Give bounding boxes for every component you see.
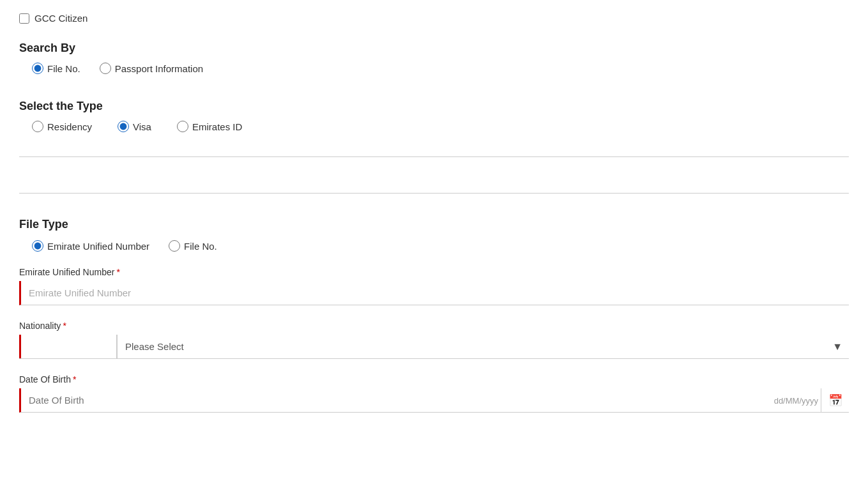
search-by-radio-group: File No. Passport Information xyxy=(32,63,849,74)
date-of-birth-input[interactable] xyxy=(21,388,849,412)
divider-1 xyxy=(19,156,849,157)
radio-file-no-label[interactable]: File No. xyxy=(47,63,80,74)
radio-item-file-no[interactable]: File No. xyxy=(32,63,80,74)
search-by-heading: Search By xyxy=(19,42,849,55)
search-by-section: Search By File No. Passport Information xyxy=(19,35,849,93)
nationality-select-wrapper: Please Select ▼ xyxy=(118,335,849,358)
dob-label: Date Of Birth* xyxy=(19,374,849,385)
radio-passport-info[interactable] xyxy=(100,63,111,74)
emirate-unified-required: * xyxy=(116,267,119,277)
radio-item-emirate-unified[interactable]: Emirate Unified Number xyxy=(32,240,149,252)
radio-visa-label[interactable]: Visa xyxy=(133,121,151,132)
page-container: GCC Citizen Search By File No. Passport … xyxy=(0,0,868,495)
radio-item-visa[interactable]: Visa xyxy=(118,121,151,132)
gcc-citizen-row: GCC Citizen xyxy=(19,13,849,24)
radio-emirate-unified[interactable] xyxy=(32,240,43,252)
dob-required: * xyxy=(73,374,76,385)
nationality-search-input[interactable] xyxy=(21,335,117,358)
gcc-citizen-label[interactable]: GCC Citizen xyxy=(34,13,88,24)
divider-2 xyxy=(19,193,849,194)
date-input-wrapper: dd/MM/yyyy 📅 xyxy=(19,388,849,413)
file-type-section: File Type Emirate Unified Number File No… xyxy=(19,218,849,252)
date-of-birth-field-row: Date Of Birth* dd/MM/yyyy 📅 xyxy=(19,374,849,413)
type-radio-group: Residency Visa Emirates ID xyxy=(32,121,849,132)
emirate-unified-field-row: Emirate Unified Number* xyxy=(19,267,849,305)
radio-emirates-id-label[interactable]: Emirates ID xyxy=(192,121,242,132)
nationality-field-row: Nationality* Please Select ▼ xyxy=(19,321,849,359)
radio-item-emirates-id[interactable]: Emirates ID xyxy=(177,121,242,132)
radio-file-no[interactable] xyxy=(32,63,43,74)
second-section: File Type Emirate Unified Number File No… xyxy=(19,205,849,441)
radio-passport-label[interactable]: Passport Information xyxy=(115,63,203,74)
radio-item-residency[interactable]: Residency xyxy=(32,121,92,132)
nationality-label: Nationality* xyxy=(19,321,849,331)
radio-visa[interactable] xyxy=(118,121,129,132)
emirate-unified-label: Emirate Unified Number* xyxy=(19,267,849,277)
radio-item-file-no-2[interactable]: File No. xyxy=(169,240,217,252)
radio-residency-label[interactable]: Residency xyxy=(47,121,92,132)
calendar-icon: 📅 xyxy=(828,393,842,407)
radio-emirates-id[interactable] xyxy=(177,121,188,132)
file-type-heading: File Type xyxy=(19,218,849,231)
radio-item-passport[interactable]: Passport Information xyxy=(100,63,203,74)
nationality-container: Please Select ▼ xyxy=(19,335,849,359)
file-type-radio-group: Emirate Unified Number File No. xyxy=(32,240,849,252)
radio-file-no-2-label[interactable]: File No. xyxy=(184,241,217,252)
radio-file-no-2[interactable] xyxy=(169,240,180,252)
radio-emirate-unified-label[interactable]: Emirate Unified Number xyxy=(47,241,149,252)
calendar-icon-button[interactable]: 📅 xyxy=(821,388,849,412)
gcc-citizen-checkbox[interactable] xyxy=(19,13,29,24)
emirate-unified-input[interactable] xyxy=(19,281,849,305)
nationality-select[interactable]: Please Select xyxy=(118,335,849,358)
radio-residency[interactable] xyxy=(32,121,43,132)
select-type-heading: Select the Type xyxy=(19,100,849,113)
select-type-section: Select the Type Residency Visa Emirates … xyxy=(19,93,849,145)
nationality-required: * xyxy=(63,321,66,331)
